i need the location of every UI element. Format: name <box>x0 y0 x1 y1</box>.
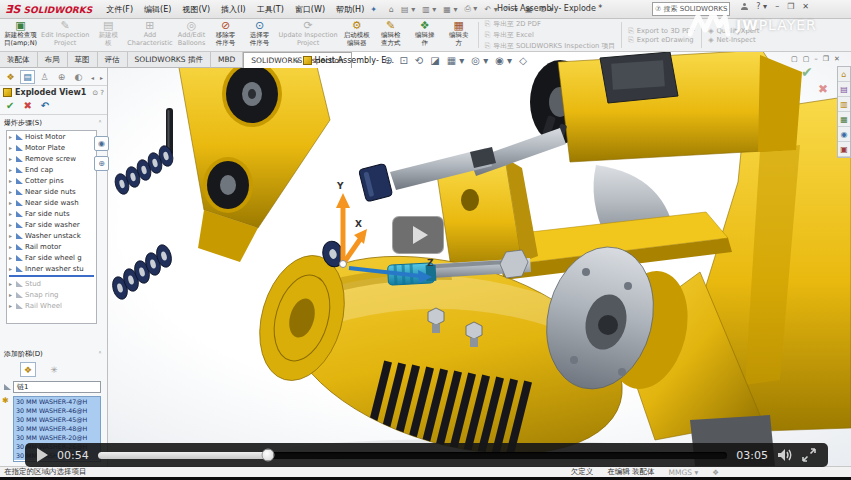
doc-window-control[interactable]: ▢ <box>791 55 798 63</box>
explode-step-item[interactable]: ▸ Far side nuts <box>7 208 96 219</box>
explode-step-item[interactable]: ▸ Washer unstack <box>7 230 96 241</box>
add-edit-balloons-button[interactable]: ◎ Add/Edit Balloons <box>175 19 209 51</box>
doc-window-control[interactable]: ❐ <box>823 55 829 63</box>
step-expand-icon[interactable]: ▸ <box>9 177 14 184</box>
selected-component-item[interactable]: 30 MM WASHER-46@H <box>14 406 100 415</box>
step-expand-icon[interactable]: ▸ <box>9 155 14 162</box>
commandmanager-tab[interactable]: 评估 <box>98 52 128 68</box>
step-expand-icon[interactable]: ▸ <box>9 254 14 261</box>
explode-step-item[interactable]: ▸ Cotter pins <box>7 175 96 186</box>
custom-properties-tab[interactable]: ▣ <box>838 142 850 157</box>
commandmanager-tab[interactable]: 布局 <box>38 52 68 68</box>
step-expand-icon[interactable]: ▸ <box>9 199 14 206</box>
video-progress-thumb[interactable] <box>261 449 274 462</box>
explode-step-item[interactable]: ▸ End cap <box>7 164 96 175</box>
status-tag-icon[interactable]: ❖ <box>712 468 719 477</box>
step-expand-icon[interactable]: ▸ <box>9 232 14 239</box>
explode-direction-button[interactable]: ◉ <box>94 136 109 151</box>
panel-tab-scroll-arrows[interactable]: ◂ ▸ <box>91 74 105 81</box>
step-expand-icon[interactable]: ▸ <box>9 210 14 217</box>
commandmanager-tab[interactable]: 装配体 <box>0 52 38 68</box>
edit-inspection-method-button[interactable]: ✎ 编辑检 查方式 <box>374 19 408 51</box>
step-expand-icon[interactable]: ▸ <box>9 133 14 140</box>
video-play-overlay-button[interactable] <box>392 216 444 254</box>
home-icon[interactable]: ⌂ <box>389 5 394 14</box>
step-expand-icon[interactable]: ▸ <box>9 144 14 151</box>
export-menu-item[interactable]: ⎘ Export to 3D PDF <box>628 27 695 35</box>
doc-window-control[interactable]: – <box>814 55 818 63</box>
step-expand-icon[interactable]: ▸ <box>9 221 14 228</box>
step-expand-icon[interactable]: ▸ <box>9 243 14 250</box>
hide-show-items-icon[interactable]: ◉ ▾ <box>495 55 512 66</box>
launch-template-editor-button[interactable]: ⚙ 启动模板 编辑器 <box>340 19 374 51</box>
new-document-icon[interactable]: ▤ ▾ <box>401 5 415 14</box>
previous-view-icon[interactable]: ⟲ <box>415 55 423 66</box>
pm-undo-button[interactable]: ↶ <box>41 100 49 111</box>
export-menu-item[interactable]: ⎘ 导出至 2D PDF <box>485 19 615 29</box>
doc-window-control[interactable]: ✕ <box>834 55 840 63</box>
selected-component-item[interactable]: 30 MM WASHER-48@H <box>14 424 100 433</box>
confirm-ok-icon[interactable]: ✔ <box>801 64 813 80</box>
print-icon[interactable]: ⎙ ▾ <box>464 4 477 14</box>
explode-step-item[interactable]: ▸ Near side nuts <box>7 186 96 197</box>
pm-ok-button[interactable]: ✔ <box>6 100 14 111</box>
units-selector[interactable]: MMGS ▾ <box>669 468 699 477</box>
edit-appearance-icon[interactable]: ◇ <box>519 55 527 66</box>
add-step-section-label[interactable]: 添加阶梯(D) ＾ <box>0 346 107 360</box>
selected-component-item[interactable]: 30 MM WASHER-20@H <box>14 433 100 442</box>
export-menu-item[interactable]: ⎘ 导出至 SOLIDWORKS Inspection 项目 <box>485 41 615 51</box>
zoom-fit-icon[interactable]: ⊕ <box>384 55 392 66</box>
pm-featuremanager-tab[interactable]: ❖ <box>3 70 18 84</box>
explode-step-item[interactable]: ▸ Snap ring <box>7 289 96 300</box>
section-view-icon[interactable]: ◪ <box>430 55 439 66</box>
new-template-button[interactable]: ▤ 新建模 板 <box>91 19 125 51</box>
explode-step-item[interactable]: ▸ Rail motor <box>7 241 96 252</box>
tree-expand-icon[interactable]: ▸ <box>296 57 300 65</box>
volume-icon[interactable] <box>777 448 793 462</box>
solidworks-resources-tab[interactable]: ⌂ <box>838 67 850 82</box>
pm-configuration-tab[interactable]: ♙ <box>37 70 52 84</box>
export-menu-item[interactable]: ⎘ 导出至 Excel <box>485 30 615 40</box>
save-icon[interactable]: ▦ ▾ <box>443 5 457 14</box>
radial-step-type-button[interactable]: ✳ <box>46 362 62 377</box>
video-play-button[interactable] <box>37 448 48 462</box>
edit-inspection-project-button[interactable]: ✎ Edit Inspection Project <box>39 19 91 51</box>
video-progress-bar[interactable] <box>98 452 728 459</box>
pm-propertymanager-tab[interactable]: ▤ <box>20 70 35 84</box>
view-orientation-icon[interactable]: ▦ ▾ <box>447 55 465 66</box>
step-expand-icon[interactable]: ▸ <box>9 188 14 195</box>
selected-component-item[interactable]: 30 MM WASHER-47@H <box>14 397 100 406</box>
menu-item[interactable]: 编辑(E) <box>144 4 171 15</box>
menu-item[interactable]: 工具(T) <box>257 4 284 15</box>
pm-display-tab[interactable]: ◐ <box>71 70 86 84</box>
menu-item[interactable]: 文件(F) <box>106 4 133 15</box>
pin-menu-icon[interactable]: ✦ <box>370 5 377 14</box>
appearances-scenes-tab[interactable]: ◉ <box>838 127 850 142</box>
explode-step-item[interactable]: ▸ Motor Plate <box>7 142 96 153</box>
explode-step-item[interactable]: ▸ Stud <box>7 278 96 289</box>
explode-step-item[interactable]: ▸ Inner washer stu <box>7 263 96 274</box>
display-style-icon[interactable]: ◎ ▾ <box>471 55 488 66</box>
explode-step-type-button[interactable]: ❖ <box>20 362 36 377</box>
step-expand-icon[interactable]: ▸ <box>9 291 14 298</box>
step-expand-icon[interactable]: ▸ <box>9 280 14 287</box>
explode-step-item[interactable]: ▸ Hoist Motor <box>7 131 96 142</box>
export-menu-item[interactable]: ⎘ Export eDrawing <box>628 36 695 44</box>
selected-component-item[interactable]: 30 MM WASHER-45@H <box>14 415 100 424</box>
step-expand-icon[interactable]: ▸ <box>9 166 14 173</box>
commandmanager-tab[interactable]: 草图 <box>68 52 98 68</box>
menu-item[interactable]: 插入(I) <box>221 4 246 15</box>
assembly-tree-label[interactable]: Hoist Assembly- E... <box>315 56 395 65</box>
fullscreen-icon[interactable] <box>802 448 816 462</box>
explode-rotate-button[interactable]: ⊕ <box>94 156 109 171</box>
collapse-icon[interactable]: ＾ <box>97 349 103 359</box>
explode-step-item[interactable]: ▸ Rail Wheel <box>7 300 96 311</box>
explode-step-item[interactable]: ▸ Near side wash <box>7 197 96 208</box>
edit-operation-button[interactable]: ❖ 编辑操 作 <box>408 19 442 51</box>
menu-item[interactable]: 窗口(W) <box>295 4 325 15</box>
pm-help-icons[interactable]: ⊙ ? <box>92 89 104 97</box>
commandmanager-tab[interactable]: SOLIDWORKS 插件 <box>128 52 211 68</box>
confirm-cancel-icon[interactable]: ✖ <box>818 82 828 96</box>
graphics-viewport[interactable]: Y X Z <box>0 52 851 466</box>
undo-icon[interactable]: ↶ ▾ <box>484 5 497 14</box>
